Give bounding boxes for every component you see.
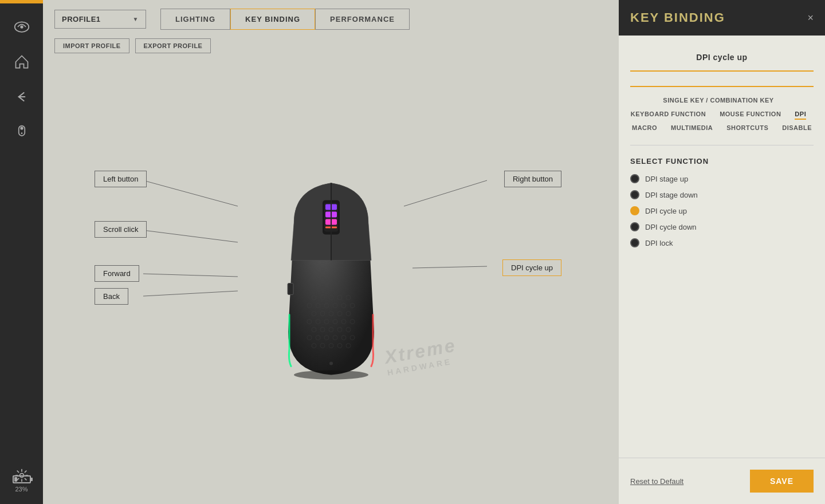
section-divider [630, 145, 814, 145]
save-button[interactable]: SAVE [750, 470, 814, 493]
svg-line-6 [143, 180, 238, 206]
profile-dropdown[interactable]: PROFILE1 ▼ [54, 10, 146, 29]
watermark: Xtreme HARDWARE [383, 335, 459, 377]
function-label-dpi-lock: DPI lock [645, 239, 673, 247]
performance-tab[interactable]: PERFORMANCE [315, 9, 410, 30]
radio-dpi-cycle-down [630, 222, 639, 231]
lighting-tab[interactable]: LIGHTING [160, 9, 230, 30]
profile-label: PROFILE1 [62, 15, 101, 23]
right-panel: KEY BINDING × DPI cycle up SINGLE KEY / … [619, 0, 825, 504]
category-single-key[interactable]: SINGLE KEY / COMBINATION KEY [663, 96, 773, 106]
radio-dpi-lock [630, 238, 639, 247]
scroll-click-label[interactable]: Scroll click [95, 221, 147, 238]
category-macro[interactable]: MACRO [632, 123, 657, 133]
svg-point-58 [329, 362, 333, 365]
dropdown-arrow-icon: ▼ [133, 16, 139, 22]
svg-rect-57 [288, 284, 293, 295]
function-item-dpi-lock[interactable]: DPI lock [630, 238, 814, 247]
binding-categories: SINGLE KEY / COMBINATION KEY KEYBOARD FU… [630, 96, 814, 133]
category-dpi[interactable]: DPI [795, 109, 806, 120]
function-item-dpi-stage-down[interactable]: DPI stage down [630, 190, 814, 199]
mouse-area: Left button Scroll click Forward Back Ri… [43, 62, 619, 504]
settings-icon[interactable] [9, 462, 34, 488]
left-button-label[interactable]: Left button [95, 171, 147, 187]
home-icon[interactable] [9, 49, 34, 74]
main-area: PROFILE1 ▼ LIGHTING KEY BINDING PERFORMA… [43, 0, 619, 504]
category-mouse[interactable]: MOUSE FUNCTION [720, 109, 781, 120]
right-panel-footer: Reset to Default SAVE [619, 458, 825, 504]
radio-dpi-stage-down [630, 190, 639, 199]
forward-label[interactable]: Forward [95, 265, 139, 282]
header: PROFILE1 ▼ LIGHTING KEY BINDING PERFORMA… [43, 0, 619, 38]
selected-binding-label: DPI cycle up [630, 47, 814, 72]
key-binding-tab[interactable]: KEY BINDING [230, 9, 315, 30]
right-button-label[interactable]: Right button [504, 171, 561, 187]
svg-point-59 [294, 371, 368, 380]
category-multimedia[interactable]: MULTIMEDIA [671, 123, 713, 133]
close-button[interactable]: × [807, 12, 814, 24]
device-icon[interactable] [9, 119, 34, 144]
svg-line-10 [404, 180, 487, 206]
reset-to-default-button[interactable]: Reset to Default [630, 477, 683, 486]
select-function-title: SELECT FUNCTION [630, 157, 814, 166]
function-item-dpi-cycle-down[interactable]: DPI cycle down [630, 222, 814, 231]
function-label-dpi-stage-up: DPI stage up [645, 175, 688, 183]
svg-line-7 [143, 230, 238, 242]
right-panel-content: DPI cycle up SINGLE KEY / COMBINATION KE… [619, 36, 825, 458]
category-disable[interactable]: DISABLE [782, 123, 812, 133]
function-label-dpi-cycle-up: DPI cycle up [645, 207, 687, 215]
dpi-cycle-up-label[interactable]: DPI cycle up [502, 259, 561, 276]
radio-dpi-stage-up [630, 174, 639, 183]
import-profile-button[interactable]: IMPORT PROFILE [54, 38, 129, 53]
sidebar: 23% [0, 0, 43, 504]
svg-point-1 [20, 25, 23, 28]
function-label-dpi-stage-down: DPI stage down [645, 191, 698, 199]
svg-rect-3 [20, 127, 23, 129]
svg-point-4 [21, 132, 22, 134]
function-list: DPI stage up DPI stage down DPI cycle up… [630, 174, 814, 247]
radio-dpi-cycle-up [630, 206, 639, 215]
profile-actions: IMPORT PROFILE EXPORT PROFILE [43, 38, 619, 62]
logo-icon[interactable] [9, 14, 34, 40]
category-keyboard[interactable]: KEYBOARD FUNCTION [631, 109, 706, 120]
svg-point-5 [19, 473, 23, 477]
export-profile-button[interactable]: EXPORT PROFILE [135, 38, 211, 53]
function-label-dpi-cycle-down: DPI cycle down [645, 223, 697, 231]
function-item-dpi-cycle-up[interactable]: DPI cycle up [630, 206, 814, 215]
right-panel-header: KEY BINDING × [619, 0, 825, 36]
svg-line-8 [143, 274, 238, 277]
back-icon[interactable] [9, 84, 34, 109]
back-label[interactable]: Back [95, 288, 128, 305]
svg-line-11 [412, 266, 487, 268]
svg-line-9 [143, 291, 238, 296]
mouse-image [268, 172, 394, 386]
right-panel-title: KEY BINDING [630, 10, 725, 25]
function-item-dpi-stage-up[interactable]: DPI stage up [630, 174, 814, 183]
category-shortcuts[interactable]: SHORTCUTS [726, 123, 768, 133]
